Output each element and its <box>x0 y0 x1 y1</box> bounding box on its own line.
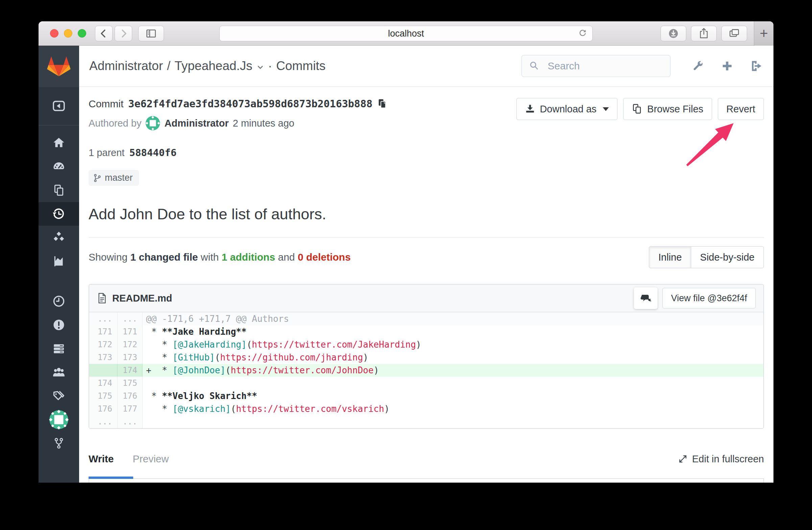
browse-files-button[interactable]: Browse Files <box>623 98 712 120</box>
diff-line-content: * [@vskarich](https://twitter.com/vskari… <box>143 402 763 415</box>
file-text-icon <box>97 292 107 304</box>
plus-icon[interactable] <box>721 59 734 72</box>
download-icon <box>525 104 535 114</box>
new-line-number[interactable]: 171 <box>118 325 143 338</box>
inline-label: Inline <box>658 252 682 263</box>
side-by-side-toggle-button[interactable]: Side-by-side <box>691 246 764 268</box>
home-icon <box>53 136 65 149</box>
desktop-background: localhost + <box>0 0 812 530</box>
tab-write[interactable]: Write <box>89 453 114 465</box>
clock-icon <box>52 294 66 308</box>
tab-overview-button[interactable] <box>721 26 747 41</box>
history-icon <box>52 207 66 221</box>
diff-line-content <box>143 377 763 390</box>
commit-time: 2 minutes ago <box>233 118 294 129</box>
sidebar-item-packages[interactable] <box>39 226 79 249</box>
comment-textarea[interactable] <box>89 479 764 483</box>
new-line-number[interactable]: ... <box>118 415 143 428</box>
new-line-number[interactable]: 174 <box>118 364 143 377</box>
old-line-number[interactable]: 173 <box>89 351 118 364</box>
branch-pill[interactable]: master <box>89 170 139 186</box>
copy-to-clipboard-icon[interactable] <box>377 98 388 109</box>
back-button[interactable] <box>95 26 113 41</box>
address-bar[interactable]: localhost <box>219 26 593 41</box>
old-line-number[interactable]: 171 <box>89 325 118 338</box>
download-as-button[interactable]: Download as <box>516 98 618 120</box>
sidebar-item-fork[interactable] <box>39 432 79 455</box>
new-line-number[interactable]: 176 <box>118 390 143 402</box>
wrench-icon[interactable] <box>691 59 705 73</box>
sidebar-item-servers[interactable] <box>39 337 79 360</box>
profile-avatar <box>49 410 69 430</box>
sidebar-item-issues[interactable] <box>39 313 79 337</box>
new-tab-button[interactable]: + <box>754 21 773 46</box>
zoom-window-button[interactable] <box>78 29 86 38</box>
view-file-button[interactable]: View file @3e62f4f <box>662 288 756 309</box>
breadcrumb-section: Commits <box>276 59 325 73</box>
tab-preview[interactable]: Preview <box>132 453 169 465</box>
sidebar-item-dashboard[interactable] <box>39 155 79 178</box>
search-input[interactable] <box>521 55 671 77</box>
sidebar-collapse-button[interactable] <box>39 87 79 126</box>
inline-toggle-button[interactable]: Inline <box>649 246 691 268</box>
breadcrumb-project[interactable]: Typeahead.Js <box>174 59 252 73</box>
edit-fullscreen-button[interactable]: Edit in fullscreen <box>678 454 764 465</box>
diff-file-header: README.md View file @3e62f4f <box>89 284 763 312</box>
breadcrumb-owner[interactable]: Administrator <box>89 59 163 73</box>
minimize-window-button[interactable] <box>64 29 72 38</box>
sidebar-nav <box>39 126 79 455</box>
downloads-icon <box>667 27 680 40</box>
gitlab-app: Administrator / Typeahead.Js · Commits <box>39 46 773 483</box>
old-line-number[interactable]: ... <box>89 415 118 428</box>
gitlab-header: Administrator / Typeahead.Js · Commits <box>79 46 773 87</box>
author-name[interactable]: Administrator <box>164 118 229 129</box>
old-line-number[interactable]: 172 <box>89 338 118 351</box>
new-line-number[interactable]: ... <box>118 312 143 325</box>
new-line-number[interactable]: 172 <box>118 338 143 351</box>
old-line-number[interactable]: 174 <box>89 377 118 390</box>
comment-button[interactable] <box>634 287 657 309</box>
view-mode-toggle: Inline Side-by-side <box>649 246 764 268</box>
old-line-number[interactable]: 175 <box>89 390 118 402</box>
sidebar-item-time[interactable] <box>39 289 79 313</box>
close-window-button[interactable] <box>50 29 58 38</box>
breadcrumb-separator: / <box>167 59 170 73</box>
sidebar-item-analytics[interactable] <box>39 249 79 273</box>
revert-button[interactable]: Revert <box>718 98 764 120</box>
sidebar-toggle-button[interactable] <box>138 26 164 41</box>
downloads-button[interactable] <box>661 26 686 41</box>
gitlab-logo-area[interactable] <box>39 46 79 87</box>
new-line-number[interactable]: 175 <box>118 377 143 390</box>
forward-button[interactable] <box>115 26 132 41</box>
chevron-down-icon[interactable] <box>257 64 264 71</box>
sidebar-item-labels[interactable] <box>39 384 79 408</box>
new-line-number[interactable]: 173 <box>118 351 143 364</box>
refresh-button[interactable] <box>577 28 588 42</box>
url-text: localhost <box>388 28 424 39</box>
sidebar-item-users[interactable] <box>39 360 79 384</box>
share-button[interactable] <box>691 26 717 41</box>
sidebar-item-profile[interactable] <box>39 408 79 432</box>
browse-files-icon <box>632 103 643 114</box>
diff-row: ......@@ -171,6 +171,7 @@ Authors <box>89 312 763 325</box>
old-line-number[interactable]: 176 <box>89 402 118 415</box>
diff-line-content: * **Jake Harding** <box>143 325 763 338</box>
stats-with: with <box>201 251 219 263</box>
search-box <box>521 55 671 77</box>
diff-row: 171171 * **Jake Harding** <box>89 325 763 338</box>
stats-prefix: Showing <box>89 251 128 263</box>
sign-out-icon[interactable] <box>750 59 763 73</box>
sidebar-item-history[interactable] <box>39 202 79 226</box>
parent-sha[interactable]: 588440f6 <box>129 147 176 158</box>
diff-file-name-area[interactable]: README.md <box>97 292 172 304</box>
old-line-number[interactable]: ... <box>89 312 118 325</box>
toolbar-right-buttons <box>661 26 747 41</box>
diff-row: 172172 * [@JakeHarding](https://twitter.… <box>89 338 763 351</box>
sidebar-item-home[interactable] <box>39 131 79 155</box>
author-avatar[interactable] <box>145 116 160 131</box>
new-line-number[interactable]: 177 <box>118 402 143 415</box>
sidebar-item-projects[interactable] <box>39 178 79 202</box>
main-content: Commit 3e62f4fd7ae3fd384073ab598d6873b20… <box>79 87 773 483</box>
revert-label: Revert <box>726 103 755 115</box>
old-line-number[interactable] <box>89 364 118 377</box>
